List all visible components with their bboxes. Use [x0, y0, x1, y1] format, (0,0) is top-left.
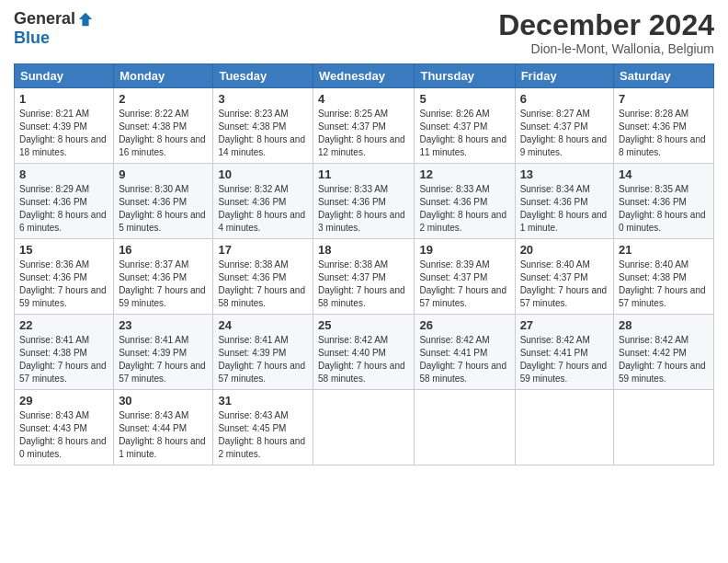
logo: General Blue: [14, 9, 94, 48]
table-row: 4 Sunrise: 8:25 AM Sunset: 4:37 PM Dayli…: [313, 88, 415, 164]
day-info: Sunrise: 8:27 AM Sunset: 4:37 PM Dayligh…: [520, 108, 609, 159]
day-number: 16: [119, 243, 208, 257]
day-info: Sunrise: 8:39 AM Sunset: 4:37 PM Dayligh…: [419, 259, 509, 310]
day-number: 3: [218, 92, 308, 106]
page-header: General Blue December 2024 Dion-le-Mont,…: [14, 9, 714, 56]
day-number: 18: [318, 243, 409, 257]
day-number: 11: [318, 167, 409, 181]
col-monday: Monday: [114, 64, 213, 88]
day-info: Sunrise: 8:28 AM Sunset: 4:36 PM Dayligh…: [619, 108, 709, 159]
day-info: Sunrise: 8:32 AM Sunset: 4:36 PM Dayligh…: [218, 183, 308, 235]
table-row: [415, 390, 515, 465]
table-row: 15 Sunrise: 8:36 AM Sunset: 4:36 PM Dayl…: [15, 239, 114, 315]
day-info: Sunrise: 8:41 AM Sunset: 4:38 PM Dayligh…: [19, 334, 108, 385]
calendar-week-row: 8 Sunrise: 8:29 AM Sunset: 4:36 PM Dayli…: [15, 164, 714, 239]
table-row: [614, 390, 714, 465]
day-number: 14: [619, 167, 709, 181]
table-row: 5 Sunrise: 8:26 AM Sunset: 4:37 PM Dayli…: [415, 88, 515, 164]
table-row: 10 Sunrise: 8:32 AM Sunset: 4:36 PM Dayl…: [213, 164, 313, 239]
table-row: 20 Sunrise: 8:40 AM Sunset: 4:37 PM Dayl…: [515, 239, 613, 315]
table-row: 18 Sunrise: 8:38 AM Sunset: 4:37 PM Dayl…: [313, 239, 415, 315]
col-tuesday: Tuesday: [213, 64, 313, 88]
day-number: 2: [119, 92, 208, 106]
day-number: 21: [619, 243, 709, 257]
day-info: Sunrise: 8:42 AM Sunset: 4:42 PM Dayligh…: [619, 334, 709, 385]
day-number: 19: [419, 243, 509, 257]
col-thursday: Thursday: [415, 64, 515, 88]
table-row: 1 Sunrise: 8:21 AM Sunset: 4:39 PM Dayli…: [15, 88, 114, 164]
table-row: 22 Sunrise: 8:41 AM Sunset: 4:38 PM Dayl…: [15, 315, 114, 390]
day-info: Sunrise: 8:40 AM Sunset: 4:38 PM Dayligh…: [619, 259, 709, 310]
logo-icon: [77, 11, 94, 28]
table-row: 2 Sunrise: 8:22 AM Sunset: 4:38 PM Dayli…: [114, 88, 213, 164]
table-row: 27 Sunrise: 8:42 AM Sunset: 4:41 PM Dayl…: [515, 315, 613, 390]
location-subtitle: Dion-le-Mont, Wallonia, Belgium: [498, 41, 714, 56]
table-row: 25 Sunrise: 8:42 AM Sunset: 4:40 PM Dayl…: [313, 315, 415, 390]
day-info: Sunrise: 8:38 AM Sunset: 4:36 PM Dayligh…: [218, 259, 308, 310]
day-info: Sunrise: 8:33 AM Sunset: 4:36 PM Dayligh…: [419, 183, 509, 235]
calendar-week-row: 29 Sunrise: 8:43 AM Sunset: 4:43 PM Dayl…: [15, 390, 714, 465]
table-row: 29 Sunrise: 8:43 AM Sunset: 4:43 PM Dayl…: [15, 390, 114, 465]
calendar-week-row: 1 Sunrise: 8:21 AM Sunset: 4:39 PM Dayli…: [15, 88, 714, 164]
table-row: 16 Sunrise: 8:37 AM Sunset: 4:36 PM Dayl…: [114, 239, 213, 315]
day-number: 9: [119, 167, 208, 181]
day-number: 15: [19, 243, 108, 257]
day-number: 5: [419, 92, 509, 106]
day-info: Sunrise: 8:35 AM Sunset: 4:36 PM Dayligh…: [619, 183, 709, 235]
day-info: Sunrise: 8:36 AM Sunset: 4:36 PM Dayligh…: [19, 259, 108, 310]
calendar-header-row: Sunday Monday Tuesday Wednesday Thursday…: [15, 64, 714, 88]
table-row: [313, 390, 415, 465]
day-number: 22: [19, 318, 108, 332]
day-number: 24: [218, 318, 308, 332]
calendar-week-row: 15 Sunrise: 8:36 AM Sunset: 4:36 PM Dayl…: [15, 239, 714, 315]
day-number: 10: [218, 167, 308, 181]
day-info: Sunrise: 8:40 AM Sunset: 4:37 PM Dayligh…: [520, 259, 609, 310]
table-row: 6 Sunrise: 8:27 AM Sunset: 4:37 PM Dayli…: [515, 88, 613, 164]
day-number: 23: [119, 318, 208, 332]
day-info: Sunrise: 8:22 AM Sunset: 4:38 PM Dayligh…: [119, 108, 208, 159]
day-info: Sunrise: 8:41 AM Sunset: 4:39 PM Dayligh…: [218, 334, 308, 385]
day-info: Sunrise: 8:29 AM Sunset: 4:36 PM Dayligh…: [19, 183, 108, 235]
table-row: 30 Sunrise: 8:43 AM Sunset: 4:44 PM Dayl…: [114, 390, 213, 465]
day-number: 31: [218, 394, 308, 408]
logo-general-text: General: [14, 9, 75, 29]
table-row: 9 Sunrise: 8:30 AM Sunset: 4:36 PM Dayli…: [114, 164, 213, 239]
day-number: 27: [520, 318, 609, 332]
day-number: 1: [19, 92, 108, 106]
day-info: Sunrise: 8:43 AM Sunset: 4:44 PM Dayligh…: [119, 409, 208, 461]
table-row: 14 Sunrise: 8:35 AM Sunset: 4:36 PM Dayl…: [614, 164, 714, 239]
logo-blue-text: Blue: [14, 29, 50, 48]
day-number: 6: [520, 92, 609, 106]
table-row: 21 Sunrise: 8:40 AM Sunset: 4:38 PM Dayl…: [614, 239, 714, 315]
table-row: 26 Sunrise: 8:42 AM Sunset: 4:41 PM Dayl…: [415, 315, 515, 390]
svg-marker-0: [79, 12, 92, 25]
day-number: 26: [419, 318, 509, 332]
day-info: Sunrise: 8:43 AM Sunset: 4:43 PM Dayligh…: [19, 409, 108, 461]
day-info: Sunrise: 8:23 AM Sunset: 4:38 PM Dayligh…: [218, 108, 308, 159]
col-friday: Friday: [515, 64, 613, 88]
table-row: 24 Sunrise: 8:41 AM Sunset: 4:39 PM Dayl…: [213, 315, 313, 390]
day-number: 4: [318, 92, 409, 106]
table-row: 8 Sunrise: 8:29 AM Sunset: 4:36 PM Dayli…: [15, 164, 114, 239]
calendar-table: Sunday Monday Tuesday Wednesday Thursday…: [14, 63, 714, 465]
table-row: 12 Sunrise: 8:33 AM Sunset: 4:36 PM Dayl…: [415, 164, 515, 239]
day-number: 8: [19, 167, 108, 181]
month-title: December 2024: [498, 9, 714, 41]
day-number: 29: [19, 394, 108, 408]
day-number: 30: [119, 394, 208, 408]
table-row: 7 Sunrise: 8:28 AM Sunset: 4:36 PM Dayli…: [614, 88, 714, 164]
table-row: 31 Sunrise: 8:43 AM Sunset: 4:45 PM Dayl…: [213, 390, 313, 465]
col-sunday: Sunday: [15, 64, 114, 88]
title-section: December 2024 Dion-le-Mont, Wallonia, Be…: [498, 9, 714, 56]
day-info: Sunrise: 8:30 AM Sunset: 4:36 PM Dayligh…: [119, 183, 208, 235]
table-row: 19 Sunrise: 8:39 AM Sunset: 4:37 PM Dayl…: [415, 239, 515, 315]
col-saturday: Saturday: [614, 64, 714, 88]
day-number: 12: [419, 167, 509, 181]
day-number: 13: [520, 167, 609, 181]
day-number: 17: [218, 243, 308, 257]
table-row: 28 Sunrise: 8:42 AM Sunset: 4:42 PM Dayl…: [614, 315, 714, 390]
day-number: 7: [619, 92, 709, 106]
day-info: Sunrise: 8:25 AM Sunset: 4:37 PM Dayligh…: [318, 108, 409, 159]
table-row: 13 Sunrise: 8:34 AM Sunset: 4:36 PM Dayl…: [515, 164, 613, 239]
day-info: Sunrise: 8:21 AM Sunset: 4:39 PM Dayligh…: [19, 108, 108, 159]
